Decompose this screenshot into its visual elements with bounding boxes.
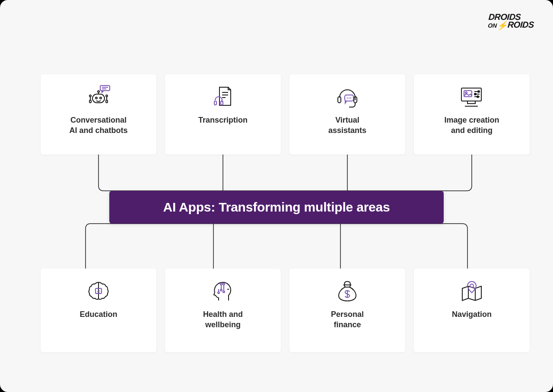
card-label: Education: [79, 309, 117, 319]
card-conversational-ai: Conversational AI and chatbots: [41, 74, 156, 155]
card-label: Navigation: [452, 309, 492, 319]
svg-point-28: [220, 283, 222, 285]
svg-point-15: [349, 98, 350, 98]
card-label: Transcription: [198, 115, 248, 125]
map-pin-icon: [458, 277, 486, 305]
svg-point-29: [223, 283, 225, 285]
headset-icon: [334, 83, 361, 111]
svg-rect-11: [338, 97, 341, 103]
svg-rect-9: [214, 101, 216, 105]
card-label: Personal finance: [331, 309, 364, 330]
card-label: Health and wellbeing: [203, 309, 243, 330]
card-navigation: Navigation: [414, 269, 530, 352]
card-image-creation: Image creation and editing: [414, 74, 530, 155]
head-circuit-icon: [209, 277, 237, 305]
hub-title: AI Apps: Transforming multiple areas: [163, 200, 390, 215]
chatbot-icon: [85, 83, 112, 111]
svg-rect-8: [106, 100, 108, 103]
brand-line-2-prefix: ON: [487, 22, 497, 29]
svg-point-27: [218, 292, 219, 294]
svg-text:AI: AI: [97, 289, 101, 294]
card-personal-finance: Personal finance: [289, 269, 405, 352]
svg-point-6: [106, 95, 108, 97]
card-label: Virtual assistants: [328, 115, 366, 136]
hub-banner: AI Apps: Transforming multiple areas: [109, 191, 444, 224]
card-health-wellbeing: Health and wellbeing: [165, 269, 281, 352]
card-label: Image creation and editing: [444, 115, 499, 136]
svg-point-25: [220, 289, 222, 291]
card-label: Conversational AI and chatbots: [69, 115, 127, 136]
svg-point-14: [347, 98, 348, 98]
svg-point-5: [89, 95, 91, 97]
transcription-icon: [209, 83, 237, 111]
bolt-icon: ⚡: [497, 22, 508, 29]
card-transcription: Transcription: [165, 74, 281, 155]
svg-rect-0: [100, 85, 110, 91]
svg-point-26: [223, 291, 225, 293]
brand-line-2-main: ROIDS: [507, 20, 534, 29]
card-virtual-assistants: Virtual assistants: [289, 74, 405, 155]
card-education: AI Education: [41, 269, 156, 352]
image-editor-icon: [458, 83, 486, 111]
brand-logo: DROIDS ON⚡ROIDS: [487, 13, 534, 29]
svg-point-4: [100, 97, 102, 99]
money-bag-icon: [334, 277, 361, 305]
brain-ai-icon: AI: [85, 277, 112, 305]
svg-point-1: [98, 91, 99, 92]
svg-point-16: [350, 98, 351, 98]
svg-point-3: [95, 97, 97, 99]
svg-rect-7: [89, 100, 91, 103]
diagram-page: DROIDS ON⚡ROIDS: [0, 0, 553, 392]
